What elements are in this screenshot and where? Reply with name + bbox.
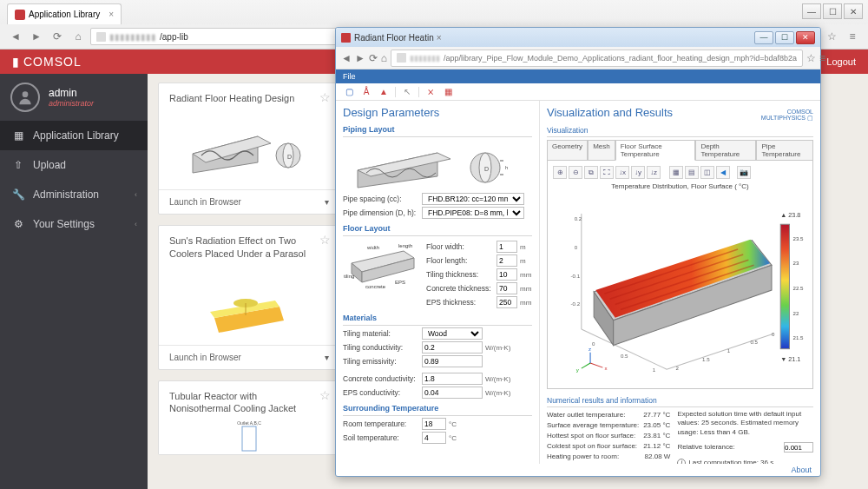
zoom-in-icon[interactable]: ⊕ (553, 166, 567, 179)
window-maximize-button[interactable]: ☐ (823, 3, 842, 19)
section-floor-layout: Floor Layout (343, 221, 532, 236)
favorite-icon[interactable]: ☆ (319, 233, 331, 247)
file-menu[interactable]: File (336, 70, 363, 83)
svg-text:h: h (505, 165, 508, 170)
menu-bar: File (336, 69, 820, 83)
zoom-box-icon[interactable]: ⧉ (584, 166, 598, 179)
eps-conductivity-input[interactable] (422, 387, 483, 399)
tool-icon[interactable]: ▦ (442, 86, 454, 98)
user-name: admin (49, 87, 94, 99)
svg-text:0: 0 (592, 340, 595, 347)
floor-length-input[interactable] (496, 254, 517, 267)
soil-temp-input[interactable] (422, 432, 446, 444)
plot-3d[interactable]: 0.2 0 -0.1 -0.2 0 0.5 1 2 1.5 1 0.5 0 (551, 194, 809, 385)
card-footer[interactable]: Launch in Browser▾ (159, 345, 339, 369)
expected-time-text: Expected solution time with default inpu… (677, 410, 813, 437)
popup-maximize-button[interactable]: ☐ (775, 31, 794, 44)
piping-diagram: D h (343, 139, 532, 191)
zoom-out-icon[interactable]: ⊖ (569, 166, 582, 179)
tool-icon[interactable]: ⨯ (424, 86, 437, 98)
tab-pipe-temperature[interactable]: Pipe Temperature (756, 140, 813, 161)
back-icon[interactable]: ◄ (341, 50, 352, 66)
snapshot-icon[interactable]: 📷 (737, 166, 751, 179)
transparency-icon[interactable]: ▤ (685, 166, 699, 179)
forward-icon[interactable]: ► (355, 50, 365, 66)
section-surrounding: Surrounding Temperature (343, 401, 532, 416)
popup-minimize-button[interactable]: — (754, 31, 773, 44)
card-footer[interactable]: Launch in Browser▾ (159, 189, 339, 214)
toolbar: ▢ Å ▲ ↖ ⨯ ▦ (336, 83, 820, 101)
card-thumbnail (159, 265, 339, 345)
user-block: admin administrator (0, 74, 148, 121)
logout-link[interactable]: Logout (826, 56, 856, 67)
favicon-icon (341, 33, 351, 43)
play-icon[interactable]: ◀ (716, 166, 730, 179)
window-minimize-button[interactable]: — (802, 3, 821, 19)
sidebar-item-upload[interactable]: ⇧ Upload (0, 150, 148, 180)
favorite-icon[interactable]: ☆ (319, 388, 331, 402)
tool-icon[interactable]: Å (360, 86, 372, 98)
svg-text:1.5: 1.5 (702, 356, 710, 362)
tab-mesh[interactable]: Mesh (588, 140, 615, 161)
popup-close-button[interactable]: ✕ (796, 31, 815, 44)
concrete-thickness-input[interactable] (496, 282, 517, 294)
menu-icon[interactable]: ≡ (844, 29, 861, 44)
sidebar-item-settings[interactable]: ⚙ Your Settings ‹ (0, 209, 148, 239)
pipe-dimension-select[interactable]: FHD.PIPE08: D=8 mm, h=2 mm (422, 207, 524, 219)
popup-titlebar[interactable]: Radiant Floor Heatin × — ☐ ✕ (336, 28, 820, 47)
zoom-extents-icon[interactable]: ⛶ (600, 166, 614, 179)
app-card[interactable]: Sun's Radiation Effect on Two Coolers Pl… (158, 225, 340, 370)
tool-icon[interactable]: ↖ (401, 86, 413, 98)
popup-address-bar[interactable]: ▮▮▮▮▮▮▮ /app/library_Pipe_Flow_Module_De… (391, 50, 803, 67)
card-title: Tubular Reactor with Nonisothermal Cooli… (159, 381, 339, 420)
relative-tolerance-input[interactable] (784, 442, 813, 453)
window-close-button[interactable]: ✕ (844, 3, 863, 19)
reload-icon[interactable]: ⟳ (369, 50, 378, 66)
tool-icon[interactable]: ▢ (343, 86, 355, 98)
card-title: Radiant Floor Heating Design (159, 83, 339, 109)
browser-tab[interactable]: Application Library × (7, 3, 122, 24)
app-card[interactable]: Tubular Reactor with Nonisothermal Cooli… (158, 380, 340, 456)
svg-text:0: 0 (772, 331, 775, 337)
eps-thickness-input[interactable] (496, 296, 517, 308)
tab-close-icon[interactable]: × (108, 10, 114, 19)
reload-icon[interactable]: ⟳ (49, 29, 66, 44)
floor-width-input[interactable] (496, 241, 517, 253)
pipe-spacing-select[interactable]: FHD.BR120: cc=120 mm (422, 193, 524, 205)
svg-text:Outlet A,B,C: Outlet A,B,C (237, 420, 261, 426)
concrete-conductivity-input[interactable] (422, 373, 483, 385)
menu-icon[interactable]: ≡ (819, 50, 825, 66)
tiling-thickness-input[interactable] (496, 268, 517, 281)
bookmark-icon[interactable]: ☆ (806, 50, 816, 66)
svg-text:-0.2: -0.2 (571, 301, 581, 307)
forward-icon[interactable]: ► (28, 29, 45, 44)
view-xy-icon[interactable]: ↓x (615, 166, 629, 179)
tool-icon[interactable]: ▲ (378, 86, 390, 98)
sidebar: admin administrator ▦ Application Librar… (0, 74, 148, 489)
view-yz-icon[interactable]: ↓y (631, 166, 645, 179)
tab-geometry[interactable]: Geometry (547, 140, 588, 161)
sidebar-item-administration[interactable]: 🔧 Administration ‹ (0, 180, 148, 209)
tiling-material-select[interactable]: Wood (422, 327, 483, 340)
chevron-down-icon: ▾ (325, 197, 329, 207)
home-icon[interactable]: ⌂ (69, 29, 87, 44)
tiling-emissivity-input[interactable] (422, 355, 483, 367)
about-link[interactable]: About (336, 464, 820, 476)
svg-text:22.5: 22.5 (793, 285, 805, 291)
view-xz-icon[interactable]: ↓z (647, 166, 661, 179)
tiling-conductivity-input[interactable] (422, 341, 483, 354)
back-icon[interactable]: ◄ (7, 29, 24, 44)
favorite-icon[interactable]: ☆ (319, 90, 331, 104)
home-icon[interactable]: ⌂ (381, 50, 387, 66)
light-icon[interactable]: ▦ (669, 166, 683, 179)
room-temp-input[interactable] (422, 418, 446, 430)
grid-icon[interactable]: ◫ (700, 166, 714, 179)
svg-text:0.2: 0.2 (575, 215, 582, 221)
app-card[interactable]: Radiant Floor Heating Design ☆ D Launch … (158, 83, 340, 215)
tab-floor-surface-temperature[interactable]: Floor Surface Temperature (615, 140, 696, 161)
avatar-icon (10, 83, 40, 112)
sidebar-item-application-library[interactable]: ▦ Application Library (0, 121, 148, 150)
tab-depth-temperature[interactable]: Depth Temperature (695, 140, 756, 161)
chevron-left-icon: ‹ (135, 220, 137, 228)
bookmark-icon[interactable]: ☆ (823, 29, 840, 44)
